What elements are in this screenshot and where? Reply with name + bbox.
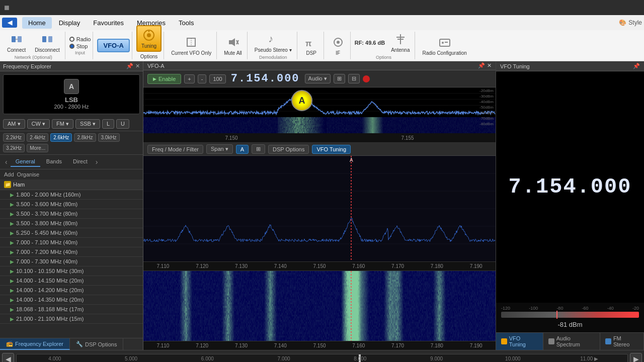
tab-general[interactable]: General: [11, 157, 40, 167]
stop-option[interactable]: Stop: [69, 43, 91, 49]
play-icon: ▶: [10, 221, 14, 226]
svg-rect-0: [12, 36, 16, 42]
freq-item-8[interactable]: ▶ 10.100 - 10.150 MHz (30m): [0, 266, 143, 276]
pseudo-stereo-group: ♪ Pseudo Stereo ▾ Demodulation: [250, 32, 297, 59]
connect-button[interactable]: Connect: [4, 31, 29, 54]
freq-item-9[interactable]: ▶ 14.000 - 14.150 MHz (20m): [0, 276, 143, 286]
freq-item-3[interactable]: ▶ 3.500 - 3.800 MHz (80m): [0, 219, 143, 228]
wwfa-6: 7.170: [378, 343, 418, 348]
menu-tools[interactable]: Tools: [173, 17, 200, 29]
mute-group: Mute All: [219, 32, 248, 59]
vfo-marker-btn[interactable]: A: [236, 145, 249, 154]
demodulation-label: Demodulation: [259, 55, 287, 60]
vfo-ctrl-3[interactable]: ⊟: [348, 74, 360, 83]
bw-26[interactable]: 2.6kHz: [50, 133, 72, 142]
scroll-left-button[interactable]: ◀: [2, 353, 14, 363]
freq-item-7[interactable]: ▶ 7.000 - 7.300 MHz (40m): [0, 257, 143, 266]
freq-item-5[interactable]: ▶ 7.000 - 7.100 MHz (40m): [0, 238, 143, 247]
tuning-icon: [142, 28, 156, 42]
options-label2: Options: [376, 55, 391, 60]
freq-item-2[interactable]: ▶ 3.500 - 3.700 MHz (80m): [0, 209, 143, 219]
organise-action[interactable]: Organise: [17, 171, 40, 177]
nav-arrow-right[interactable]: ›: [94, 158, 100, 166]
bw-22[interactable]: 2.2kHz: [3, 133, 25, 142]
folder-icon: 📁: [4, 181, 11, 188]
ctrl-btn-2[interactable]: ⊞: [252, 144, 265, 154]
vfo-100-button[interactable]: 100: [209, 74, 225, 83]
bw-30[interactable]: 3.0kHz: [98, 133, 120, 142]
tab-direct[interactable]: Direct: [68, 157, 93, 167]
mod-cw[interactable]: CW ▾: [27, 119, 50, 129]
wide-freq-axis: 7.110 7.120 7.130 7.140 7.150 7.160 7.17…: [143, 261, 496, 270]
audio-button[interactable]: Audio ▾: [305, 74, 331, 83]
freq-item-4[interactable]: ▶ 5.250 - 5.450 MHz (60m): [0, 228, 143, 238]
freq-item-1[interactable]: ▶ 3.500 - 3.600 MHz (80m): [0, 200, 143, 209]
vfo-close-icon[interactable]: ✕: [487, 62, 492, 69]
add-action[interactable]: Add: [4, 171, 14, 177]
menu-favourites[interactable]: Favourites: [87, 17, 130, 29]
bw-28[interactable]: 2.8kHz: [74, 133, 96, 142]
record-button[interactable]: [363, 75, 370, 82]
bw-24[interactable]: 2.4kHz: [27, 133, 48, 142]
if-group: IF: [326, 32, 351, 59]
mute-button[interactable]: Mute All: [221, 34, 245, 57]
vfo-tuning-pin-icon[interactable]: 📌: [633, 63, 640, 69]
nav-arrow-left[interactable]: ‹: [3, 158, 10, 166]
mod-fm[interactable]: FM ▾: [52, 119, 73, 129]
vfo-a-button[interactable]: VFO-A: [97, 39, 129, 52]
wide-waterfall-canvas: [143, 271, 496, 341]
if-button[interactable]: IF: [328, 34, 348, 57]
tuning-button[interactable]: Tuning: [136, 25, 162, 52]
span-button[interactable]: Span ▾: [206, 144, 233, 154]
freq-mode-filter-button[interactable]: Freq / Mode / Filter: [147, 145, 203, 154]
bandwidth-bar: 2.2kHz 2.4kHz 2.6kHz 2.8kHz 3.0kHz 3.2kH…: [0, 131, 143, 155]
freq-item-6[interactable]: ▶ 7.000 - 7.200 MHz (40m): [0, 247, 143, 257]
app-icon[interactable]: ◀: [2, 18, 17, 28]
vfo-pin-icon[interactable]: 📌: [478, 62, 485, 69]
freq-actions: Add Organise: [0, 169, 143, 179]
scroll-track[interactable]: 4.000 5.000 6.000 7.000 8.000 9.000 10.0…: [16, 354, 628, 363]
scroll-right-button[interactable]: ▶: [630, 353, 642, 363]
wide-freq-label-1: 7.120: [183, 263, 222, 269]
dsp-button[interactable]: π DSP: [301, 34, 321, 57]
mod-u[interactable]: U: [116, 119, 129, 129]
bottom-tab-dsp-options[interactable]: 🔧 DSP Options: [70, 338, 123, 350]
vfo-frequency-display: 7.154.000: [229, 72, 302, 85]
dsp-tab-icon: 🔧: [76, 341, 83, 347]
vfo-tab-tuning[interactable]: VFO Tuning: [496, 333, 543, 350]
antenna-button[interactable]: Antenna: [388, 31, 413, 54]
play-icon: ▶: [10, 297, 14, 303]
freq-item-12[interactable]: ▶ 18.068 - 18.168 MHz (17m): [0, 305, 143, 314]
pseudo-stereo-button[interactable]: ♪ Pseudo Stereo ▾: [252, 31, 295, 54]
tab-bands[interactable]: Bands: [41, 157, 67, 167]
freq-item-0[interactable]: ▶ 1.800 - 2.000 MHz (160m): [0, 190, 143, 200]
mod-l[interactable]: L: [102, 119, 114, 129]
bottom-tab-freq-explorer[interactable]: 📻 Frequency Explorer: [0, 338, 70, 350]
ham-group-header[interactable]: 📁 Ham: [0, 179, 143, 190]
current-vfo-button[interactable]: Current VFO Only: [168, 34, 214, 57]
options-button[interactable]: Options: [137, 53, 160, 60]
radio-config-button[interactable]: Radio Configuration: [419, 34, 469, 57]
dsp-options-button[interactable]: DSP Options: [268, 145, 309, 154]
vfo-tab-audio-spectrum[interactable]: Audio Spectrum: [543, 333, 600, 350]
enable-button[interactable]: Enable: [147, 74, 181, 84]
freq-item-10[interactable]: ▶ 14.000 - 14.200 MHz (20m): [0, 286, 143, 295]
freq-item-13[interactable]: ▶ 21.000 - 21.100 MHz (15m): [0, 314, 143, 324]
mod-am[interactable]: AM ▾: [3, 119, 25, 129]
vfo-tuning-button[interactable]: VFO Tuning: [312, 145, 351, 154]
menu-home[interactable]: Home: [22, 17, 52, 29]
bw-more[interactable]: More...: [27, 144, 48, 152]
close-icon[interactable]: ✕: [135, 63, 140, 69]
mod-ssb[interactable]: SSB ▾: [75, 119, 100, 129]
vfo-tab-fm-stereo[interactable]: FM Stereo: [600, 333, 644, 350]
menu-display[interactable]: Display: [53, 17, 87, 29]
vfo-minus-button[interactable]: -: [198, 74, 207, 83]
freq-item-11[interactable]: ▶ 14.000 - 14.350 MHz (20m): [0, 295, 143, 305]
radio-option[interactable]: Radio: [69, 36, 91, 42]
vfo-plus-button[interactable]: +: [184, 74, 194, 83]
vfo-ctrl-2[interactable]: ⊞: [334, 74, 345, 83]
wwfa-8: 7.190: [456, 343, 496, 348]
bw-32[interactable]: 3.2kHz: [3, 144, 25, 152]
disconnect-button[interactable]: Disconnect: [32, 31, 62, 54]
pin-icon[interactable]: 📌: [126, 63, 133, 69]
